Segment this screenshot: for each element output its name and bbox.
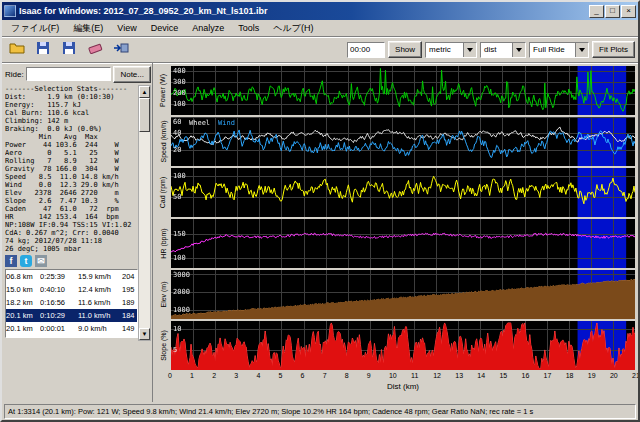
plot-canvas-4[interactable] [171,270,635,319]
x-tick: 19 [588,372,596,379]
x-tick: 3 [234,372,238,379]
lap-cell: 0:16:56 [40,296,78,309]
lap-cell: 0:00:01 [40,322,78,335]
chevron-down-icon[interactable] [575,43,588,57]
open-folder-icon [9,40,25,59]
axis-label: Cad (rpm) [155,168,171,217]
ride-label: Ride: [5,70,24,79]
lap-cell: 15.0 km [6,283,40,296]
facebook-icon[interactable]: f [5,255,17,267]
export-button[interactable] [109,39,133,60]
ride-input[interactable] [26,67,112,81]
lap-cell: 0:25:39 [40,270,78,283]
lap-cell: 15.9 km/h [78,270,122,283]
lap-row-1[interactable]: 15.0 km0:40:1012.4 km/h195 [6,283,137,296]
scroll-thumb[interactable] [139,98,150,132]
lap-cell: 18.2 km [6,296,40,309]
menu-item-5[interactable]: Tools [231,21,266,35]
plots-stack: Power (W)Speed (km/h)Cad (rpm)HR (bpm)El… [155,66,635,370]
x-tick: 16 [522,372,530,379]
chevron-down-icon[interactable] [512,43,525,57]
x-tick: 4 [256,372,260,379]
x-tick: 14 [477,372,485,379]
plot-canvas-2[interactable] [171,168,635,217]
menu-item-6[interactable]: ヘルプ(H) [266,20,320,37]
lap-cell: 9.0 km/h [78,322,122,335]
twitter-icon[interactable]: t [20,255,32,267]
export-arrow-icon [113,40,129,59]
maximize-button[interactable]: □ [605,5,620,18]
toolbar: Show metric dist Full Ride Fit Plots [2,37,638,63]
eraser-icon [87,40,103,59]
erase-button[interactable] [83,39,107,60]
x-tick: 12 [433,372,441,379]
chevron-down-icon[interactable] [463,43,476,57]
x-unit-select-value: dist [484,45,496,54]
menu-item-3[interactable]: Device [144,21,186,35]
plot-canvas-3[interactable] [171,219,635,268]
app-window: Isaac for Windows: 2012_07_28_0952_20_km… [0,0,640,422]
scroll-track[interactable] [139,98,150,328]
x-tick: 13 [455,372,463,379]
save-as-button[interactable] [57,39,81,60]
lap-row-0[interactable]: 06.8 km0:25:3915.9 km/h204 [6,270,137,283]
floppy-icon [61,40,77,59]
units-select-value: metric [429,45,451,54]
lap-cell: 0:40:10 [40,283,78,296]
x-tick: 15 [499,372,507,379]
minimize-button[interactable]: _ [589,5,604,18]
plot-canvas-5[interactable] [171,321,635,370]
plot-canvas-1[interactable] [171,117,635,166]
lap-cell: 204 [122,270,138,283]
window-title: Isaac for Windows: 2012_07_28_0952_20_km… [19,6,586,16]
units-select[interactable]: metric [425,42,477,58]
lap-cell: 149 [122,322,138,335]
axis-label: Elev (m) [155,270,171,319]
app-icon [4,5,16,17]
floppy-icon [35,40,51,59]
show-button[interactable]: Show [388,41,422,58]
lap-cell: 195 [122,283,138,296]
save-button[interactable] [31,39,55,60]
lap-row-4[interactable]: 20.1 km0:00:019.0 km/h149 [6,322,137,335]
menu-bar: ファイル(F)編集(E)ViewDeviceAnalyzeToolsヘルプ(H) [2,20,638,37]
main-content: Ride: Note... -------Selection Stats----… [2,63,638,402]
time-offset-input[interactable] [347,42,385,58]
menu-item-1[interactable]: 編集(E) [66,20,110,37]
left-scrollbar: ▲ ▼ [138,85,151,341]
lap-cell: 12.4 km/h [78,283,122,296]
title-bar[interactable]: Isaac for Windows: 2012_07_28_0952_20_km… [2,2,638,20]
plot-canvas-0[interactable] [171,66,635,115]
range-select-value: Full Ride [533,45,565,54]
menu-item-4[interactable]: Analyze [185,21,231,35]
close-button[interactable]: × [621,5,636,18]
x-tick: 20 [610,372,618,379]
x-tick: 21 [632,372,638,379]
selection-stats: -------Selection Stats------- Dist: 1.9 … [5,85,138,253]
axis-label: Power (W) [155,66,171,115]
lap-row-3[interactable]: 20.1 km0:10:2911.0 km/h184 [6,309,137,322]
x-tick: 9 [367,372,371,379]
mail-icon[interactable]: ✉ [35,255,47,267]
left-panel: Ride: Note... -------Selection Stats----… [2,63,152,402]
status-text: At 1:3314 (20.1 km): Pow: 121 W; Speed 9… [4,404,636,419]
x-tick: 17 [544,372,552,379]
status-bar: At 1:3314 (20.1 km): Pow: 121 W; Speed 9… [2,402,638,422]
range-select[interactable]: Full Ride [529,42,589,58]
scroll-down-button[interactable]: ▼ [139,328,150,340]
scroll-up-button[interactable]: ▲ [139,86,150,98]
lap-cell: 20.1 km [6,322,40,335]
note-button[interactable]: Note... [113,66,151,83]
x-tick: 18 [566,372,574,379]
lap-cell: 20.1 km [6,309,40,322]
lap-row-2[interactable]: 18.2 km0:16:5611.6 km/h189 [6,296,137,309]
x-tick: 7 [323,372,327,379]
x-tick: 1 [190,372,194,379]
open-file-button[interactable] [5,39,29,60]
x-unit-select[interactable]: dist [480,42,526,58]
fit-plots-button[interactable]: Fit Plots [592,41,635,58]
lap-cell: 184 [122,309,138,322]
axis-label: Speed (km/h) [155,117,171,166]
menu-item-0[interactable]: ファイル(F) [4,20,66,37]
menu-item-2[interactable]: View [110,21,143,35]
